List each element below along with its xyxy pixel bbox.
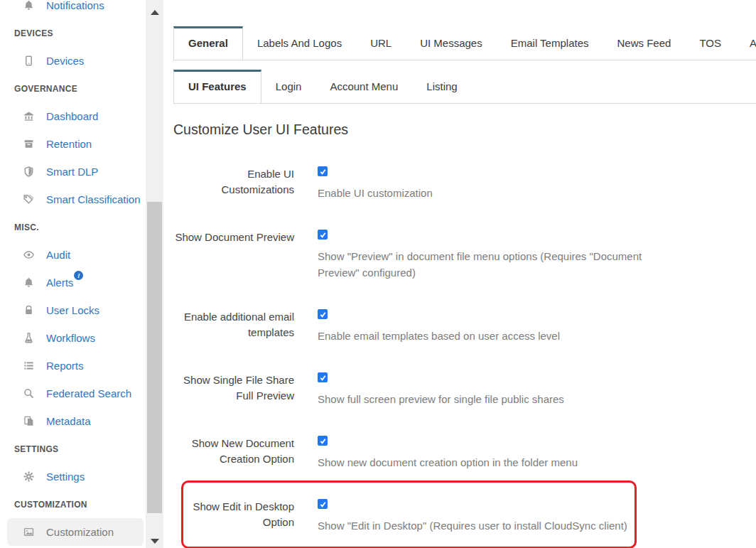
bell-icon xyxy=(23,276,35,289)
checkmark-icon xyxy=(319,231,327,239)
sidebar-item-federated-search[interactable]: Federated Search xyxy=(0,380,144,407)
sidebar-item-workflows[interactable]: Workflows xyxy=(0,324,144,352)
tab-news-feed[interactable]: News Feed xyxy=(603,27,686,60)
list-icon xyxy=(23,360,35,372)
sidebar-item-label: Smart DLP xyxy=(46,166,98,178)
setting-help: Enable email templates based on user acc… xyxy=(318,328,560,344)
checkmark-icon xyxy=(319,168,327,176)
flask-icon xyxy=(23,332,35,344)
setting-help: Show "Edit in Desktop" (Requires user to… xyxy=(318,517,627,534)
tab-email-templates[interactable]: Email Templates xyxy=(497,27,603,60)
checkbox-show-new-document-creation-option[interactable] xyxy=(318,436,328,446)
subtab-login[interactable]: Login xyxy=(261,70,316,103)
sidebar-item-label: Dashboard xyxy=(46,110,98,122)
pages-icon xyxy=(23,415,35,427)
eye-icon xyxy=(23,249,35,261)
main-tabbar: General Labels And Logos URL UI Messages… xyxy=(173,26,756,60)
setting-row-show-new-document-creation-option: Show New Document Creation Option Show n… xyxy=(173,436,756,471)
sidebar-scrollbar[interactable] xyxy=(146,0,163,548)
setting-help: Show "Preview" in document file menu opt… xyxy=(318,248,676,281)
setting-label: Show Edit in Desktop Option xyxy=(173,499,294,534)
setting-label: Show New Document Creation Option xyxy=(173,436,294,471)
bank-icon xyxy=(23,110,35,122)
setting-help: Show full screen preview for single file… xyxy=(318,391,564,407)
sidebar-item-retention[interactable]: Retention xyxy=(0,130,144,158)
checkbox-enable-additional-email-templates[interactable] xyxy=(318,309,328,319)
setting-label: Show Document Preview xyxy=(173,230,294,281)
sub-tabbar: UI Features Login Account Menu Listing xyxy=(173,70,756,104)
gear-icon xyxy=(23,471,35,483)
setting-row-show-document-preview: Show Document Preview Show "Preview" in … xyxy=(173,230,756,281)
admin-portal: Notifications DEVICES Devices GOVERNANCE… xyxy=(0,0,756,548)
ui-features-form: Enable UI Customizations Enable UI custo… xyxy=(173,166,756,534)
sidebar-item-smart-dlp[interactable]: Smart DLP xyxy=(0,158,144,186)
sidebar-section-misc: MISC. xyxy=(0,213,144,241)
tab-ui-messages[interactable]: UI Messages xyxy=(406,27,497,60)
sidebar-item-label: Smart Classification xyxy=(46,193,141,205)
sidebar-section-governance: GOVERNANCE xyxy=(0,75,144,102)
sidebar-item-customization[interactable]: Customization xyxy=(7,518,144,546)
main-content: General Labels And Logos URL UI Messages… xyxy=(165,0,756,548)
sidebar-item-reports[interactable]: Reports xyxy=(0,352,144,380)
alerts-badge: ! xyxy=(74,271,83,280)
bell-icon xyxy=(23,0,35,11)
sidebar-item-dashboard[interactable]: Dashboard xyxy=(0,102,144,130)
scroll-up-icon[interactable] xyxy=(151,10,159,15)
sidebar-item-label: Reports xyxy=(46,360,84,372)
tab-labels-and-logos[interactable]: Labels And Logos xyxy=(243,27,356,60)
scroll-down-icon[interactable] xyxy=(151,539,159,544)
sidebar-item-smart-classification[interactable]: Smart Classification xyxy=(0,186,144,213)
checkbox-show-document-preview[interactable] xyxy=(318,230,328,240)
device-icon xyxy=(23,55,35,67)
checkbox-show-edit-in-desktop-option[interactable] xyxy=(318,499,328,509)
sidebar-item-label: Retention xyxy=(46,138,92,150)
image-icon xyxy=(23,526,35,538)
sidebar-item-label: Federated Search xyxy=(46,387,131,399)
tab-tos[interactable]: TOS xyxy=(685,27,735,60)
sidebar-item-notifications[interactable]: Notifications xyxy=(0,0,144,19)
sidebar-item-user-locks[interactable]: User Locks xyxy=(0,296,144,324)
sidebar-nav: Notifications DEVICES Devices GOVERNANCE… xyxy=(0,0,165,548)
sidebar-section-devices: DEVICES xyxy=(0,19,144,47)
tab-general[interactable]: General xyxy=(173,26,243,60)
setting-label: Show Single File Share Full Preview xyxy=(173,372,294,407)
shield-icon xyxy=(23,166,35,178)
setting-row-enable-additional-email-templates: Enable additional email templates Enable… xyxy=(173,309,756,344)
subtab-ui-features[interactable]: UI Features xyxy=(173,70,261,104)
checkbox-show-single-file-share-full-preview[interactable] xyxy=(318,372,328,382)
sidebar-item-label: Workflows xyxy=(46,332,95,344)
setting-row-show-single-file-share-full-preview: Show Single File Share Full Preview Show… xyxy=(173,372,756,407)
subtab-account-menu[interactable]: Account Menu xyxy=(315,70,412,103)
sidebar-item-label: Notifications xyxy=(46,0,104,11)
sidebar: Notifications DEVICES Devices GOVERNANCE… xyxy=(0,0,165,548)
checkmark-icon xyxy=(319,437,327,445)
sidebar-item-metadata[interactable]: Metadata xyxy=(0,407,144,435)
setting-label: Enable additional email templates xyxy=(173,309,294,344)
lock-icon xyxy=(23,304,35,316)
archive-icon xyxy=(23,138,35,150)
sidebar-section-settings: SETTINGS xyxy=(0,435,144,463)
page-title: Customize User UI Features xyxy=(173,122,756,138)
sidebar-item-label: Alerts! xyxy=(46,276,73,289)
sidebar-item-label: User Locks xyxy=(46,304,99,316)
setting-label: Enable UI Customizations xyxy=(173,166,294,201)
sidebar-item-settings[interactable]: Settings xyxy=(0,463,144,490)
sidebar-item-label: Devices xyxy=(46,55,84,67)
checkmark-icon xyxy=(319,311,327,318)
checkbox-enable-ui-customizations[interactable] xyxy=(318,166,328,176)
sidebar-item-alerts[interactable]: Alerts! xyxy=(0,269,144,296)
checkmark-icon xyxy=(319,500,327,508)
tags-icon xyxy=(23,193,35,205)
scrollbar-thumb[interactable] xyxy=(147,202,162,513)
setting-help: Show new document creation option in the… xyxy=(318,454,578,471)
sidebar-section-customization: CUSTOMIZATION xyxy=(0,490,144,518)
tab-url[interactable]: URL xyxy=(356,27,406,60)
setting-help: Enable UI customization xyxy=(318,185,433,201)
sidebar-item-label: Customization xyxy=(46,526,114,538)
search-icon xyxy=(23,387,35,399)
sidebar-item-label: Settings xyxy=(46,471,85,483)
sidebar-item-devices[interactable]: Devices xyxy=(0,47,144,75)
tab-advanced[interactable]: Advanced xyxy=(735,27,756,60)
subtab-listing[interactable]: Listing xyxy=(412,70,471,103)
sidebar-item-audit[interactable]: Audit xyxy=(0,241,144,269)
